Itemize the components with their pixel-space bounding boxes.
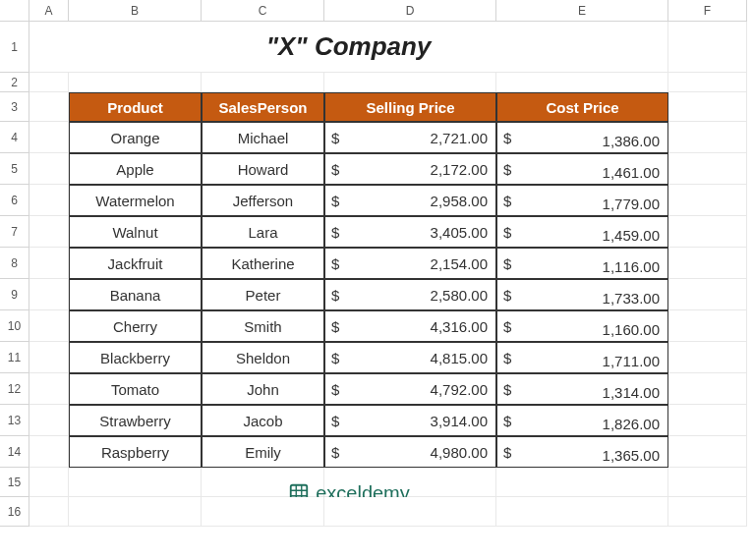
col-header-E[interactable]: E xyxy=(496,0,668,22)
row-header-13[interactable]: 13 xyxy=(0,405,29,436)
salesperson-cell[interactable]: Lara xyxy=(202,216,324,248)
cell-A-body[interactable] xyxy=(29,436,69,468)
row-header-4[interactable]: 4 xyxy=(0,122,29,153)
cost-price-cell[interactable]: $1,365.00 xyxy=(496,436,668,468)
cost-price-cell[interactable]: $1,386.00 xyxy=(496,122,668,153)
cell-F1[interactable] xyxy=(668,22,747,73)
row-header-12[interactable]: 12 xyxy=(0,373,29,405)
selling-price-cell[interactable]: $2,154.00 xyxy=(324,248,496,279)
product-cell[interactable]: Raspberry xyxy=(69,436,202,468)
salesperson-cell[interactable]: John xyxy=(202,373,324,405)
product-cell[interactable]: Strawberry xyxy=(69,405,202,436)
row-header-14[interactable]: 14 xyxy=(0,436,29,468)
product-cell[interactable]: Walnut xyxy=(69,216,202,248)
cell-A-body[interactable] xyxy=(29,279,69,310)
salesperson-cell[interactable]: Sheldon xyxy=(202,342,324,373)
row-header-11[interactable]: 11 xyxy=(0,342,29,373)
salesperson-cell[interactable]: Peter xyxy=(202,279,324,310)
cell-F-body[interactable] xyxy=(668,122,747,153)
cell-F-body[interactable] xyxy=(668,153,747,185)
selling-price-cell[interactable]: $4,980.00 xyxy=(324,436,496,468)
cell-r16-c5[interactable] xyxy=(324,497,496,527)
cell-A-body[interactable] xyxy=(29,216,69,248)
cell-r2-c6[interactable] xyxy=(496,73,668,92)
row-header-16[interactable]: 16 xyxy=(0,497,29,527)
cell-A-body[interactable] xyxy=(29,405,69,436)
cell-A-body[interactable] xyxy=(29,373,69,405)
selling-price-cell[interactable]: $2,958.00 xyxy=(324,185,496,216)
product-cell[interactable]: Tomato xyxy=(69,373,202,405)
salesperson-cell[interactable]: Katherine xyxy=(202,248,324,279)
selling-price-cell[interactable]: $3,914.00 xyxy=(324,405,496,436)
selling-price-cell[interactable]: $3,405.00 xyxy=(324,216,496,248)
header-selling-price[interactable]: Selling Price xyxy=(324,92,496,122)
cell-r2-c3[interactable] xyxy=(69,73,202,92)
cell-r2-c4[interactable] xyxy=(202,73,324,92)
salesperson-cell[interactable]: Emily xyxy=(202,436,324,468)
cell-r16-c3[interactable] xyxy=(69,497,202,527)
cell-r16-c4[interactable] xyxy=(202,497,324,527)
col-header-A[interactable]: A xyxy=(29,0,69,22)
cell-A-body[interactable] xyxy=(29,185,69,216)
cost-price-cell[interactable]: $1,116.00 xyxy=(496,248,668,279)
cost-price-cell[interactable]: $1,461.00 xyxy=(496,153,668,185)
row-header-9[interactable]: 9 xyxy=(0,279,29,310)
header-salesperson[interactable]: SalesPerson xyxy=(202,92,324,122)
cell-F-body[interactable] xyxy=(668,185,747,216)
salesperson-cell[interactable]: Jefferson xyxy=(202,185,324,216)
row-header-8[interactable]: 8 xyxy=(0,248,29,279)
col-header-D[interactable]: D xyxy=(324,0,496,22)
cell-A-body[interactable] xyxy=(29,92,69,122)
product-cell[interactable]: Watermelon xyxy=(69,185,202,216)
selling-price-cell[interactable]: $4,792.00 xyxy=(324,373,496,405)
cost-price-cell[interactable]: $1,314.00 xyxy=(496,373,668,405)
cell-r16-c2[interactable] xyxy=(29,497,69,527)
header-cost-price[interactable]: Cost Price xyxy=(496,92,668,122)
selling-price-cell[interactable]: $4,316.00 xyxy=(324,310,496,342)
header-product[interactable]: Product xyxy=(69,92,202,122)
cell-A-body[interactable] xyxy=(29,310,69,342)
cost-price-cell[interactable]: $1,711.00 xyxy=(496,342,668,373)
cell-r2-c5[interactable] xyxy=(324,73,496,92)
product-cell[interactable]: Apple xyxy=(69,153,202,185)
col-header-F[interactable]: F xyxy=(668,0,747,22)
cell-F-body[interactable] xyxy=(668,342,747,373)
cost-price-cell[interactable]: $1,733.00 xyxy=(496,279,668,310)
product-cell[interactable]: Cherry xyxy=(69,310,202,342)
row-header-3[interactable]: 3 xyxy=(0,92,29,122)
cell-F-body[interactable] xyxy=(668,405,747,436)
row-header-15[interactable]: 15 xyxy=(0,468,29,497)
cost-price-cell[interactable]: $1,826.00 xyxy=(496,405,668,436)
row-header-7[interactable]: 7 xyxy=(0,216,29,248)
col-header-B[interactable]: B xyxy=(69,0,202,22)
selling-price-cell[interactable]: $4,815.00 xyxy=(324,342,496,373)
cost-price-cell[interactable]: $1,459.00 xyxy=(496,216,668,248)
cost-price-cell[interactable]: $1,160.00 xyxy=(496,310,668,342)
cell-A-body[interactable] xyxy=(29,153,69,185)
salesperson-cell[interactable]: Smith xyxy=(202,310,324,342)
cell-r16-c7[interactable] xyxy=(668,497,747,527)
salesperson-cell[interactable]: Michael xyxy=(202,122,324,153)
salesperson-cell[interactable]: Jacob xyxy=(202,405,324,436)
product-cell[interactable]: Orange xyxy=(69,122,202,153)
cell-A-body[interactable] xyxy=(29,342,69,373)
cell-r16-c6[interactable] xyxy=(496,497,668,527)
row-header-5[interactable]: 5 xyxy=(0,153,29,185)
cell-F-body[interactable] xyxy=(668,216,747,248)
cell-r2-c2[interactable] xyxy=(29,73,69,92)
cell-r2-c7[interactable] xyxy=(668,73,747,92)
product-cell[interactable]: Banana xyxy=(69,279,202,310)
cost-price-cell[interactable]: $1,779.00 xyxy=(496,185,668,216)
cell-F-body[interactable] xyxy=(668,373,747,405)
selling-price-cell[interactable]: $2,721.00 xyxy=(324,122,496,153)
cell-F-body[interactable] xyxy=(668,248,747,279)
select-all-corner[interactable] xyxy=(0,0,29,22)
cell-r15-c7[interactable] xyxy=(668,468,747,497)
row-header-2[interactable]: 2 xyxy=(0,73,29,92)
row-header-6[interactable]: 6 xyxy=(0,185,29,216)
selling-price-cell[interactable]: $2,580.00 xyxy=(324,279,496,310)
row-header-10[interactable]: 10 xyxy=(0,310,29,342)
product-cell[interactable]: Blackberry xyxy=(69,342,202,373)
cell-F-body[interactable] xyxy=(668,279,747,310)
cell-F-body[interactable] xyxy=(668,436,747,468)
